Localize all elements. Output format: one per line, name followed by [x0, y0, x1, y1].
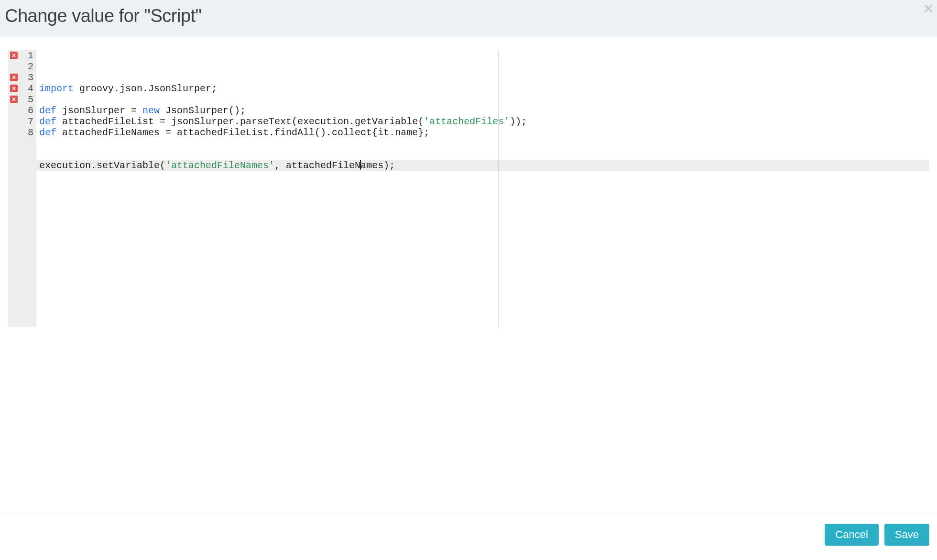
modal-footer: Cancel Save — [0, 513, 937, 560]
code-line[interactable]: import groovy.json.JsonSlurper; — [39, 83, 929, 94]
code-token: def — [39, 105, 56, 116]
code-line[interactable]: def attachedFileNames = attachedFileList… — [39, 127, 929, 138]
code-token: new — [142, 105, 160, 116]
code-token: def — [39, 116, 56, 127]
code-line[interactable] — [39, 138, 929, 149]
line-number: 3× — [8, 72, 36, 83]
code-line[interactable]: def jsonSlurper = new JsonSlurper(); — [39, 105, 929, 116]
code-token: execution.setVariable( — [39, 160, 165, 171]
line-number: 7 — [8, 116, 36, 127]
line-number: 6 — [8, 105, 36, 116]
line-number: 2 — [8, 61, 36, 72]
error-icon: × — [10, 96, 18, 103]
gutter: 1×23×4×5×678 — [8, 50, 36, 327]
code-token: )); — [510, 116, 527, 127]
code-line[interactable] — [39, 149, 929, 160]
code-line[interactable]: def attachedFileList = jsonSlurper.parse… — [39, 116, 929, 127]
code-token: 'attachedFiles' — [424, 116, 510, 127]
error-icon: × — [10, 52, 18, 59]
line-number: 5× — [8, 94, 36, 105]
code-token: attachedFileNames = attachedFileList.fin… — [56, 127, 429, 138]
code-token: import — [39, 83, 74, 94]
code-area[interactable]: import groovy.json.JsonSlurper;def jsonS… — [36, 50, 929, 327]
save-button[interactable]: Save — [884, 524, 929, 546]
modal-title: Change value for "Script" — [5, 6, 927, 26]
error-icon: × — [10, 74, 18, 81]
error-icon: × — [10, 85, 18, 92]
code-token: groovy.json.JsonSlurper; — [74, 83, 217, 94]
cancel-button[interactable]: Cancel — [825, 524, 878, 546]
code-token: def — [39, 127, 56, 138]
line-number: 1× — [8, 50, 36, 61]
code-editor[interactable]: 1×23×4×5×678 import groovy.json.JsonSlur… — [8, 50, 929, 327]
line-number: 8 — [8, 127, 36, 138]
code-token: 'attachedFileNames' — [165, 160, 274, 171]
code-token: jsonSlurper = — [56, 105, 142, 116]
line-number: 4× — [8, 83, 36, 94]
close-icon[interactable]: × — [924, 0, 933, 16]
print-margin-guide — [498, 50, 499, 327]
code-token: JsonSlurper(); — [160, 105, 246, 116]
code-token: attachedFileList = jsonSlurper.parseText… — [56, 116, 424, 127]
modal-header: Change value for "Script" × — [0, 0, 937, 37]
code-line[interactable] — [39, 94, 929, 105]
code-line[interactable]: execution.setVariable('attachedFileNames… — [36, 160, 929, 171]
editor-container: 1×23×4×5×678 import groovy.json.JsonSlur… — [0, 37, 937, 513]
